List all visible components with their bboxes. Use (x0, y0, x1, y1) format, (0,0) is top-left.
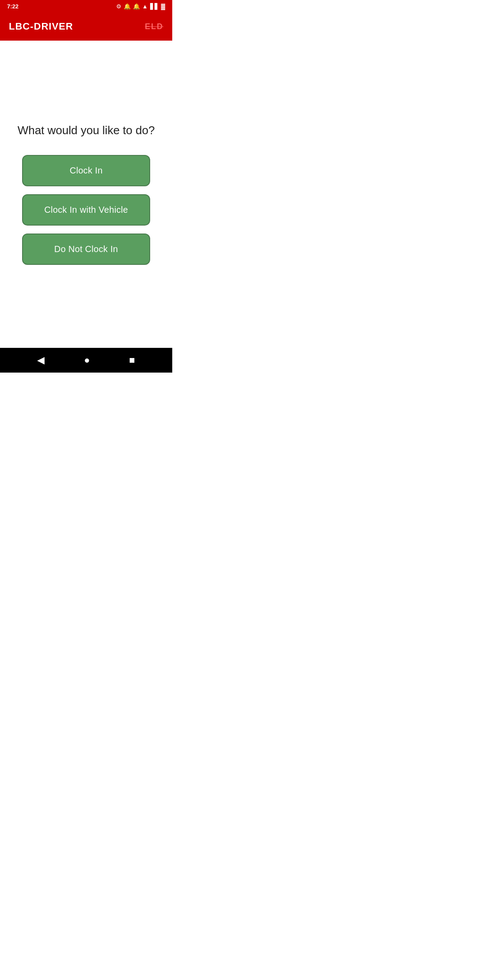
bottom-nav: ◀ ● ■ (0, 348, 172, 373)
notification-icon-1: 🔔 (124, 3, 131, 10)
app-header: LBC-DRIVER ELD (0, 12, 172, 41)
settings-icon: ⚙ (116, 3, 121, 10)
clock-in-vehicle-button[interactable]: Clock In with Vehicle (22, 194, 150, 226)
notification-icon-2: 🔔 (133, 3, 140, 10)
buttons-container: Clock In Clock In with Vehicle Do Not Cl… (9, 155, 163, 265)
back-button[interactable]: ◀ (37, 354, 45, 366)
do-not-clock-in-button[interactable]: Do Not Clock In (22, 234, 150, 265)
question-text: What would you like to do? (18, 124, 155, 137)
main-content: What would you like to do? Clock In Cloc… (0, 41, 172, 348)
clock-in-button[interactable]: Clock In (22, 155, 150, 186)
status-time: 7:22 (7, 3, 19, 10)
home-button[interactable]: ● (84, 354, 90, 366)
app-title: LBC-DRIVER (9, 21, 73, 32)
recent-apps-button[interactable]: ■ (129, 354, 135, 366)
wifi-icon: ▲ (142, 3, 148, 10)
status-icons: ⚙ 🔔 🔔 ▲ ▋▋ ▓ (116, 3, 165, 10)
signal-icon: ▋▋ (150, 3, 159, 10)
battery-icon: ▓ (161, 3, 165, 10)
status-bar: 7:22 ⚙ 🔔 🔔 ▲ ▋▋ ▓ (0, 0, 172, 12)
eld-badge[interactable]: ELD (145, 22, 163, 31)
